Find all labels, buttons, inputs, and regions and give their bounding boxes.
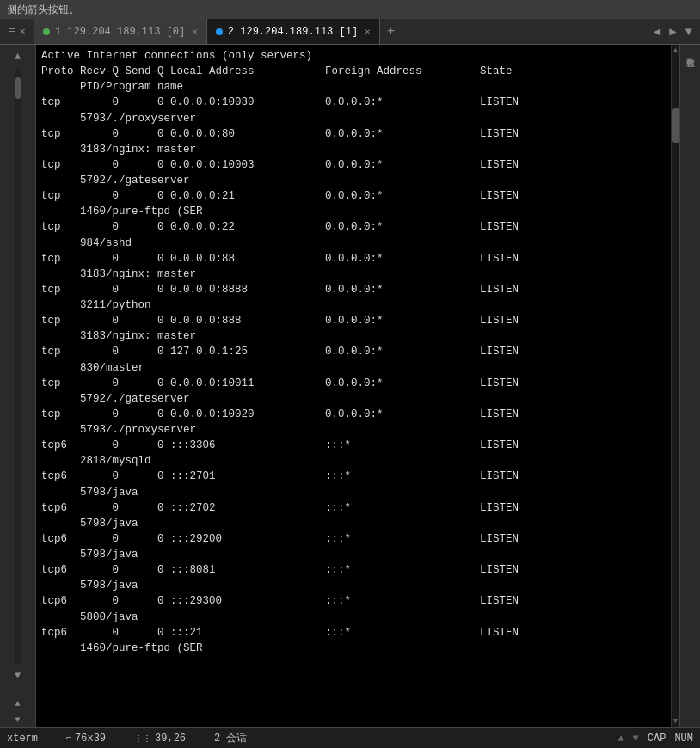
tab2-label: 2 129.204.189.113 [1]: [228, 26, 358, 38]
num-label: NUM: [674, 733, 693, 745]
status-arrow-down[interactable]: ▼: [633, 733, 639, 745]
right-panel-label: 数检查: [683, 48, 698, 55]
cap-indicator: CAP: [648, 733, 666, 745]
cursor-position: ⋮⋮ 39,26: [134, 733, 186, 745]
main-area: ▲ ▼ ▲ ▼ Active Internet connections (onl…: [0, 45, 700, 727]
sidebar-extra-up[interactable]: ▲: [0, 696, 35, 711]
tab-prev-icon[interactable]: ◀: [651, 24, 663, 39]
tab-next-icon[interactable]: ▶: [666, 24, 679, 39]
tab1-indicator: [43, 28, 50, 35]
tab-menu-icon[interactable]: ▼: [683, 25, 695, 39]
scrollbar-down-icon[interactable]: ▼: [672, 715, 679, 727]
scrollbar-up-icon[interactable]: ▲: [672, 45, 679, 57]
terminal[interactable]: Active Internet connections (only server…: [36, 45, 671, 727]
hint-bar: 侧的箭头按钮。: [0, 0, 700, 19]
app-name: xterm: [7, 733, 38, 745]
add-tab-button[interactable]: +: [380, 19, 402, 44]
tab-nav: ◀ ▶ ▼: [646, 24, 700, 39]
tab2-close-icon[interactable]: ✕: [365, 26, 371, 37]
tabs-container: 1 129.204.189.113 [0] ✕ 2 129.204.189.11…: [34, 19, 646, 44]
sessions-text: 2 会话: [214, 731, 247, 745]
sidebar-scroll-down[interactable]: ▼: [0, 667, 35, 684]
dimensions-text: 76x39: [75, 733, 106, 745]
close-icon[interactable]: ✕: [19, 25, 25, 38]
terminal-dimensions: ⌐ 76x39: [66, 733, 106, 745]
terminal-output: Active Internet connections (only server…: [41, 48, 666, 656]
tab1-label: 1 129.204.189.113 [0]: [55, 26, 185, 38]
tab1-close-icon[interactable]: ✕: [192, 26, 198, 37]
cap-label: CAP: [648, 733, 666, 745]
terminal-wrapper: Active Internet connections (only server…: [36, 45, 679, 727]
tab-bar: ☰ ✕ 1 129.204.189.113 [0] ✕ 2 129.204.18…: [0, 19, 700, 45]
right-panel: 数检查: [679, 45, 700, 727]
status-bar: xterm ⌐ 76x39 ⋮⋮ 39,26 2 会话 ▲ ▼ CAP NUM: [0, 727, 700, 748]
tab-2[interactable]: 2 129.204.189.113 [1] ✕: [207, 19, 380, 44]
tab2-indicator: [216, 28, 223, 35]
dimensions-icon: ⌐: [66, 733, 71, 743]
position-text: 39,26: [155, 733, 186, 745]
status-divider-3: [200, 733, 200, 745]
vertical-scrollbar[interactable]: ▲ ▼: [671, 45, 679, 727]
sidebar-scroll-up[interactable]: ▲: [0, 48, 35, 65]
sidebar-extra-down[interactable]: ▼: [0, 713, 35, 727]
scrollbar-thumb[interactable]: [672, 108, 679, 143]
tab-1[interactable]: 1 129.204.189.113 [0] ✕: [34, 19, 207, 44]
status-bar-right: ▲ ▼ CAP NUM: [617, 733, 693, 745]
status-divider-1: [52, 733, 52, 745]
status-arrow-up[interactable]: ▲: [617, 733, 623, 745]
tab-bar-controls: ☰ ✕: [0, 25, 34, 38]
left-sidebar: ▲ ▼ ▲ ▼: [0, 45, 36, 727]
pin-icon: ☰: [8, 27, 15, 37]
status-divider-2: [120, 733, 120, 745]
sessions-count: 2 会话: [214, 731, 247, 745]
hint-text: 侧的箭头按钮。: [7, 3, 79, 17]
position-icon: ⋮⋮: [134, 733, 151, 744]
app-name-text: xterm: [7, 733, 38, 745]
num-indicator: NUM: [674, 733, 693, 745]
scrollbar-track[interactable]: [672, 57, 679, 715]
